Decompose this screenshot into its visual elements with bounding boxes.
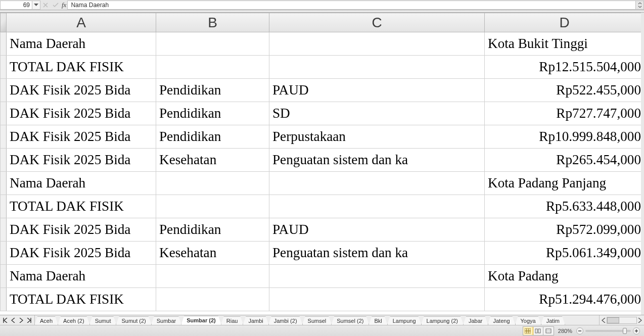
row-header[interactable] (1, 265, 7, 288)
cell-C[interactable] (269, 56, 485, 79)
cell-A[interactable]: Nama Daerah (7, 265, 156, 288)
column-header-D[interactable]: D (485, 13, 645, 32)
cell-C[interactable]: Penguatan sistem dan ka (269, 242, 485, 265)
cell-A[interactable]: Nama Daerah (7, 172, 156, 195)
fx-label[interactable]: fx (61, 1, 67, 9)
cell-A[interactable]: DAK Fisik 2025 Bida (7, 218, 156, 242)
cell-D[interactable]: Rp51.294.476,000 (485, 288, 645, 311)
row-header[interactable] (1, 125, 7, 149)
sheet-tab[interactable]: Jateng (488, 316, 516, 325)
horizontal-scrollbar-thumb[interactable] (607, 317, 619, 323)
zoom-slider[interactable] (585, 330, 631, 332)
cell-B[interactable]: Pendidikan (156, 125, 269, 149)
cell-B[interactable] (156, 56, 269, 79)
zoom-percent-label[interactable]: 280% (558, 328, 572, 334)
tab-nav-last[interactable] (25, 316, 33, 324)
formula-expand-button[interactable] (636, 1, 644, 10)
sheet-tab[interactable]: Jambi (243, 316, 268, 325)
cell-C[interactable] (269, 32, 485, 56)
sheet-tab[interactable]: Bkl (369, 316, 387, 325)
cell-C[interactable] (269, 288, 485, 311)
cell-B[interactable] (156, 32, 269, 56)
name-box-dropdown[interactable] (32, 1, 40, 10)
cell-B[interactable] (156, 288, 269, 311)
cell-B[interactable]: Pendidikan (156, 102, 269, 125)
sheet-tab[interactable]: Sumsel (2) (331, 316, 369, 325)
cell-C[interactable]: Perpustakaan (269, 125, 485, 149)
row-header[interactable] (1, 218, 7, 242)
sheet-tab[interactable]: Jatim (541, 316, 565, 325)
sheet-tab[interactable]: Yogya (515, 316, 541, 325)
cell-C[interactable]: SD (269, 102, 485, 125)
cell-D[interactable]: Rp12.515.504,000 (485, 56, 645, 79)
sheet-tab[interactable]: Lampung (2) (421, 316, 464, 325)
row-header[interactable] (1, 195, 7, 218)
view-page-break-button[interactable] (543, 327, 554, 335)
cell-D[interactable]: Rp5.061.349,000 (485, 242, 645, 265)
cell-B[interactable]: Kesehatan (156, 149, 269, 172)
name-box[interactable]: 69 (0, 1, 32, 10)
scroll-right-icon[interactable] (638, 318, 642, 323)
scroll-left-icon[interactable] (602, 318, 606, 323)
row-header[interactable] (1, 288, 7, 311)
cell-D[interactable]: Rp265.454,000 (485, 149, 645, 172)
zoom-slider-thumb[interactable] (623, 328, 627, 334)
column-header-A[interactable]: A (7, 13, 156, 32)
row-header[interactable] (1, 102, 7, 125)
cell-C[interactable]: Penguatan sistem dan ka (269, 149, 485, 172)
cell-C[interactable] (269, 172, 485, 195)
sheet-tab[interactable]: Sumut (89, 316, 117, 325)
tab-nav-next[interactable] (17, 316, 25, 324)
tab-nav-prev[interactable] (9, 316, 17, 324)
cell-B[interactable] (156, 195, 269, 218)
cell-D[interactable]: Rp727.747,000 (485, 102, 645, 125)
sheet-tab[interactable]: Aceh (2) (58, 316, 90, 325)
cell-C[interactable]: PAUD (269, 218, 485, 242)
cell-C[interactable] (269, 195, 485, 218)
cell-D[interactable]: Kota Padang (485, 265, 645, 288)
cell-A[interactable]: Nama Daerah (7, 32, 156, 56)
sheet-tab[interactable]: Jambi (2) (268, 316, 303, 325)
cell-A[interactable]: TOTAL DAK FISIK (7, 56, 156, 79)
cell-A[interactable]: TOTAL DAK FISIK (7, 195, 156, 218)
cell-A[interactable]: DAK Fisik 2025 Bida (7, 242, 156, 265)
cell-B[interactable] (156, 172, 269, 195)
cell-D[interactable]: Rp572.099,000 (485, 218, 645, 242)
select-all-corner[interactable] (1, 13, 7, 32)
row-header[interactable] (1, 242, 7, 265)
cell-B[interactable] (156, 265, 269, 288)
cell-A[interactable]: DAK Fisik 2025 Bida (7, 125, 156, 149)
cell-B[interactable]: Pendidikan (156, 218, 269, 242)
cell-C[interactable] (269, 265, 485, 288)
zoom-out-button[interactable] (576, 327, 583, 334)
formula-confirm-button[interactable] (51, 1, 61, 10)
cell-A[interactable]: DAK Fisik 2025 Bida (7, 79, 156, 102)
row-header[interactable] (1, 32, 7, 56)
cell-D[interactable]: Rp10.999.848,000 (485, 125, 645, 149)
formula-cancel-button[interactable] (40, 1, 51, 10)
cell-D[interactable]: Kota Padang Panjang (485, 172, 645, 195)
cell-A[interactable]: DAK Fisik 2025 Bida (7, 149, 156, 172)
view-normal-button[interactable] (523, 327, 533, 335)
row-header[interactable] (1, 56, 7, 79)
view-page-layout-button[interactable] (533, 327, 543, 335)
formula-input[interactable]: Nama Daerah (67, 1, 636, 10)
sheet-grid[interactable]: A B C D Nama DaerahKota Bukit TinggiTOTA… (0, 13, 644, 311)
column-header-B[interactable]: B (156, 13, 269, 32)
cell-A[interactable]: DAK Fisik 2025 Bida (7, 102, 156, 125)
sheet-tab[interactable]: Jabar (463, 316, 488, 325)
cell-C[interactable]: PAUD (269, 79, 485, 102)
row-header[interactable] (1, 79, 7, 102)
horizontal-scrollbar[interactable] (607, 317, 637, 324)
sheet-tab[interactable]: Sumut (2) (116, 316, 151, 325)
tab-nav-first[interactable] (1, 316, 9, 324)
sheet-tab[interactable]: Sumbar (2) (181, 316, 221, 325)
cell-D[interactable]: Rp5.633.448,000 (485, 195, 645, 218)
cell-D[interactable]: Rp522.455,000 (485, 79, 645, 102)
zoom-in-button[interactable] (633, 327, 640, 334)
cell-D[interactable]: Kota Bukit Tinggi (485, 32, 645, 56)
column-header-C[interactable]: C (269, 13, 485, 32)
cell-B[interactable]: Pendidikan (156, 79, 269, 102)
sheet-tab[interactable]: Aceh (35, 316, 58, 325)
sheet-tab[interactable]: Riau (221, 316, 244, 325)
